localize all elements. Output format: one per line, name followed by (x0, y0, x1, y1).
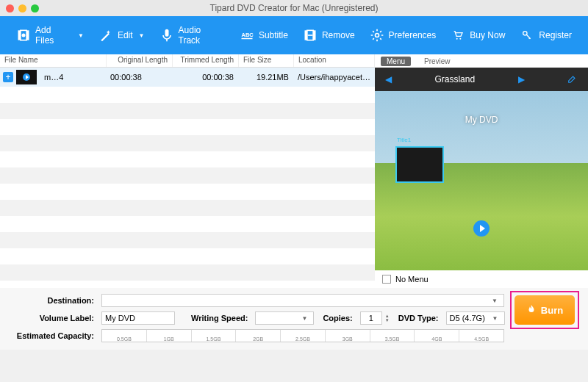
capacity-tick: 2GB (235, 330, 280, 342)
tab-menu[interactable]: Menu (381, 57, 411, 66)
capacity-tick: 3GB (325, 330, 370, 342)
location-cell: /Users/ihappyacet… (293, 71, 375, 83)
buy-now-label: Buy Now (470, 30, 505, 40)
audio-track-button[interactable]: Audio Track (152, 21, 232, 50)
main-toolbar: Add Files ▼ Edit ▼ Audio Track ABC Subti… (0, 16, 588, 54)
add-title-icon[interactable]: + (3, 72, 13, 82)
dropdown-arrow-icon: ▼ (490, 315, 501, 322)
volume-label-input[interactable] (101, 311, 175, 325)
register-button[interactable]: Register (512, 24, 579, 47)
burn-button[interactable]: Burn (514, 295, 575, 325)
play-icon (23, 73, 30, 81)
chapter-thumbnail[interactable] (395, 146, 444, 183)
file-size-cell: 19.21MB (238, 71, 293, 83)
menu-preview[interactable]: My DVD Title1 (375, 91, 588, 270)
file-name-cell: m…4 (40, 71, 106, 83)
capacity-tick: 1.5GB (191, 330, 236, 342)
svg-rect-5 (166, 39, 168, 41)
key-icon (520, 28, 534, 43)
column-trimmed-length[interactable]: Trimmed Length (173, 54, 239, 67)
add-files-button[interactable]: Add Files ▼ (9, 21, 91, 50)
destination-select[interactable]: ▼ (101, 294, 504, 307)
step-down-icon[interactable]: ▼ (385, 318, 390, 322)
writing-speed-label: Writing Speed: (191, 314, 252, 322)
flame-icon (526, 304, 537, 317)
edit-theme-button[interactable] (567, 73, 578, 86)
subtitle-icon: ABC (240, 28, 254, 43)
column-location[interactable]: Location (294, 54, 375, 67)
subtitle-label: Subtitle (259, 30, 288, 40)
video-thumbnail[interactable] (16, 70, 37, 84)
preview-pane: Menu Preview ◀ Grassland ▶ My DVD Title1… (375, 54, 588, 288)
close-window-button[interactable] (6, 4, 14, 12)
copies-label: Copies: (323, 314, 356, 322)
maximize-window-button[interactable] (31, 4, 39, 12)
remove-button[interactable]: Remove (295, 24, 362, 47)
copies-input[interactable] (360, 311, 382, 325)
no-menu-label: No Menu (395, 275, 429, 284)
estimated-capacity-label: Estimated Capacity: (9, 331, 98, 340)
dropdown-arrow-icon: ▼ (489, 298, 501, 304)
theme-name: Grassland (434, 74, 475, 84)
svg-rect-0 (18, 30, 21, 40)
microphone-icon (159, 28, 174, 43)
destination-label: Destination: (9, 296, 98, 305)
remove-icon (303, 28, 318, 43)
preferences-button[interactable]: Preferences (362, 24, 444, 47)
file-list-header: File Name Original Length Trimmed Length… (0, 54, 375, 68)
next-theme-button[interactable]: ▶ (518, 74, 525, 84)
dvd-type-label: DVD Type: (398, 314, 443, 322)
original-length-cell: 00:00:38 (106, 71, 172, 83)
gear-icon (370, 28, 384, 43)
bottom-panel: Destination: ▼ Volume Label: Writing Spe… (0, 288, 588, 350)
window-titlebar: Tipard DVD Creator for Mac (Unregistered… (0, 0, 588, 16)
svg-point-12 (375, 34, 379, 37)
audio-track-label: Audio Track (179, 25, 225, 46)
capacity-tick: 4.5GB (459, 330, 503, 342)
copies-stepper[interactable]: ▲▼ (385, 314, 390, 322)
window-title: Tipard DVD Creator for Mac (Unregistered… (210, 3, 379, 13)
traffic-lights (6, 4, 39, 12)
column-file-name[interactable]: File Name (0, 54, 107, 67)
prev-theme-button[interactable]: ◀ (385, 74, 392, 84)
volume-label-label: Volume Label: (9, 314, 98, 322)
burn-highlight-frame: Burn (510, 291, 579, 329)
no-menu-row: No Menu (375, 270, 588, 288)
theme-bar: ◀ Grassland ▶ (375, 68, 588, 91)
chapter-thumb-label: Title1 (397, 137, 411, 143)
column-original-length[interactable]: Original Length (107, 54, 173, 67)
svg-rect-4 (165, 29, 168, 37)
svg-rect-1 (27, 30, 29, 40)
capacity-bar: 0.5GB1GB1.5GB2GB2.5GB3GB3.5GB4GB4.5GB (101, 329, 504, 342)
dropdown-arrow-icon: ▼ (139, 32, 145, 39)
column-file-size[interactable]: File Size (239, 54, 294, 67)
capacity-tick: 1GB (146, 330, 191, 342)
minimize-window-button[interactable] (18, 4, 26, 12)
dvd-type-select[interactable]: D5 (4.7G) ▼ (446, 311, 505, 325)
no-menu-checkbox[interactable] (382, 275, 391, 284)
preview-tabs: Menu Preview (375, 54, 588, 68)
play-all-button[interactable] (473, 220, 490, 237)
disc-title-text: My DVD (465, 115, 498, 125)
cart-icon (451, 28, 465, 43)
add-files-icon (16, 28, 31, 43)
edit-button[interactable]: Edit ▼ (91, 24, 152, 47)
capacity-tick: 2.5GB (280, 330, 325, 342)
file-row[interactable]: + m…4 00:00:38 00:00:38 19.21MB /Users/i… (0, 68, 375, 87)
dropdown-arrow-icon: ▼ (299, 315, 311, 322)
burn-label: Burn (541, 305, 563, 316)
dropdown-arrow-icon: ▼ (78, 32, 84, 39)
preferences-label: Preferences (389, 30, 437, 40)
writing-speed-select[interactable]: ▼ (255, 311, 314, 325)
buy-now-button[interactable]: Buy Now (443, 24, 512, 47)
empty-file-rows (0, 87, 375, 288)
capacity-tick: 0.5GB (102, 330, 146, 342)
capacity-tick: 3.5GB (370, 330, 415, 342)
remove-label: Remove (322, 30, 355, 40)
subtitle-button[interactable]: ABC Subtitle (232, 24, 295, 47)
svg-rect-8 (304, 30, 306, 40)
magic-wand-icon (98, 28, 113, 43)
add-files-label: Add Files (35, 25, 72, 46)
tab-preview[interactable]: Preview (418, 57, 456, 66)
capacity-tick: 4GB (414, 330, 459, 342)
